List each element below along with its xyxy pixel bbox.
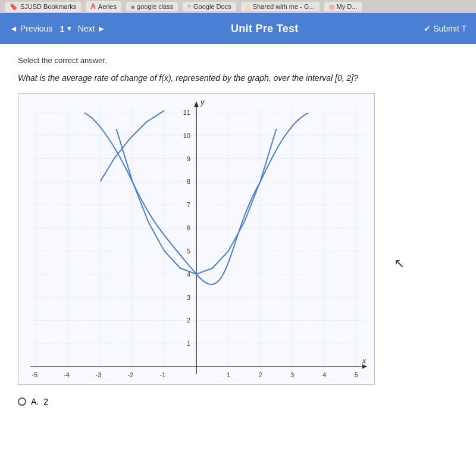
submit-button[interactable]: ✔ Submit T [424, 24, 466, 33]
radio-a[interactable] [18, 397, 26, 406]
tab-bookmarks-label: SJUSD Bookmarks [20, 3, 76, 10]
svg-text:-4: -4 [64, 371, 70, 378]
graph-container: y x -5 -4 -3 -2 -1 1 2 3 4 5 1 [18, 93, 375, 385]
previous-label: Previous [20, 24, 52, 33]
shared-icon: △ [246, 4, 250, 10]
tab-bar: 🔖 SJUSD Bookmarks A Aeries ■ google clas… [0, 0, 476, 13]
y-axis-label: y [200, 98, 205, 107]
question-text: What is the average rate of change of f(… [18, 73, 458, 83]
tab-aeries-label: Aeries [98, 3, 117, 10]
tab-bookmarks[interactable]: 🔖 SJUSD Bookmarks [5, 2, 81, 12]
answer-a-label: A. [31, 397, 39, 406]
my-drive-icon: ◎ [329, 4, 334, 10]
svg-text:9: 9 [187, 155, 190, 162]
tab-shared[interactable]: △ Shared with me - G... [241, 2, 320, 11]
submit-label: Submit T [433, 24, 466, 33]
tab-shared-label: Shared with me - G... [253, 3, 315, 10]
svg-text:11: 11 [183, 109, 190, 116]
tab-google-docs[interactable]: ≡ Google Docs [183, 2, 236, 11]
svg-text:1: 1 [227, 371, 230, 378]
graph-svg: y x -5 -4 -3 -2 -1 1 2 3 4 5 1 [18, 94, 374, 384]
svg-text:7: 7 [187, 201, 190, 208]
svg-text:-5: -5 [32, 371, 37, 378]
page-title: Unit Pre Test [112, 23, 416, 35]
svg-text:1: 1 [187, 340, 190, 347]
bookmark-icon: 🔖 [10, 3, 18, 11]
nav-bar: ◄ Previous 1 ▾ Next ► Unit Pre Test ✔ Su… [0, 13, 476, 44]
answer-options: A. 2 [18, 397, 458, 406]
x-axis-label: x [362, 356, 367, 365]
svg-text:2: 2 [187, 317, 190, 324]
svg-text:-1: -1 [159, 371, 165, 378]
svg-text:2: 2 [259, 371, 262, 378]
page-number: 1 [60, 24, 64, 34]
next-arrow-icon: ► [97, 24, 105, 33]
page-chevron: ▾ [67, 24, 71, 33]
tab-my-drive[interactable]: ◎ My D... [324, 2, 362, 11]
tab-google-class[interactable]: ■ google class [126, 2, 178, 11]
tab-my-drive-label: My D... [337, 3, 358, 10]
svg-text:4: 4 [322, 371, 326, 378]
next-button[interactable]: Next ► [78, 24, 106, 33]
main-content: Select the correct answer. What is the a… [0, 44, 476, 476]
next-label: Next [78, 24, 95, 33]
svg-text:5: 5 [355, 371, 358, 378]
instruction-text: Select the correct answer. [18, 56, 458, 65]
google-docs-icon: ≡ [187, 4, 191, 10]
x-axis-labels: -5 -4 -3 -2 -1 1 2 3 4 5 [32, 371, 358, 378]
svg-text:-3: -3 [96, 371, 102, 378]
svg-text:5: 5 [187, 248, 190, 255]
y-axis-arrow [194, 101, 199, 107]
svg-text:8: 8 [187, 178, 190, 185]
svg-text:-2: -2 [128, 371, 134, 378]
aeries-icon: A [90, 2, 96, 11]
answer-a-value: 2 [43, 397, 48, 406]
tab-google-docs-label: Google Docs [193, 3, 231, 10]
google-class-icon: ■ [131, 4, 134, 10]
previous-button[interactable]: ◄ Previous [10, 24, 52, 33]
submit-checkmark-icon: ✔ [424, 24, 431, 33]
tab-google-class-label: google class [137, 3, 173, 10]
previous-arrow-icon: ◄ [10, 24, 18, 33]
svg-text:6: 6 [187, 224, 190, 231]
cursor-arrow: ↖ [394, 256, 405, 271]
svg-text:3: 3 [187, 294, 190, 301]
tab-aeries[interactable]: A Aeries [86, 1, 121, 12]
svg-text:10: 10 [183, 132, 190, 139]
horizontal-grid-lines [30, 112, 365, 343]
svg-text:3: 3 [290, 371, 294, 378]
page-number-display: 1 ▾ [60, 24, 70, 34]
y-axis-labels: 1 2 3 4 5 6 7 8 9 10 11 [183, 109, 190, 347]
answer-option-a[interactable]: A. 2 [18, 397, 458, 406]
